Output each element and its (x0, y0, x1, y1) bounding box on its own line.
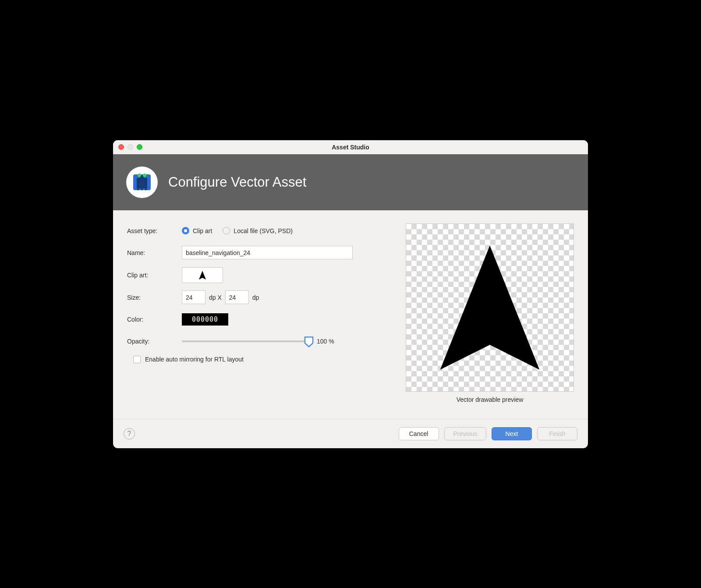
banner: Configure Vector Asset (113, 154, 588, 210)
radio-local-file[interactable]: Local file (SVG, PSD) (223, 227, 293, 234)
rtl-label: Enable auto mirroring for RTL layout (145, 356, 244, 363)
size-unit-x: dp X (209, 294, 222, 301)
rtl-row[interactable]: Enable auto mirroring for RTL layout (133, 356, 388, 363)
preview-label: Vector drawable preview (457, 396, 524, 403)
asset-type-radios: Clip art Local file (SVG, PSD) (182, 227, 293, 234)
wizard-icon (126, 166, 158, 198)
svg-point-2 (143, 174, 146, 177)
finish-button[interactable]: Finish (537, 427, 577, 440)
size-row: Size: dp X dp (127, 290, 388, 305)
navigation-icon (415, 233, 564, 382)
opacity-label: Opacity: (127, 338, 182, 345)
asset-type-label: Asset type: (127, 227, 182, 234)
help-button[interactable]: ? (124, 428, 135, 439)
clipart-label: Clip art: (127, 272, 182, 279)
opacity-row: Opacity: 100 % (127, 334, 388, 349)
clipart-picker-button[interactable] (182, 267, 223, 283)
footer-buttons: Cancel Previous Next Finish (399, 427, 577, 440)
color-value: 000000 (192, 315, 218, 323)
next-button[interactable]: Next (492, 427, 532, 440)
navigation-icon (197, 270, 208, 280)
opacity-slider[interactable] (182, 337, 309, 346)
window-title: Asset Studio (113, 144, 588, 151)
rtl-checkbox[interactable] (133, 356, 141, 363)
previous-button[interactable]: Previous (444, 427, 486, 440)
dialog-window: Asset Studio Configure Vector Asset Asse… (113, 140, 588, 448)
body: Asset type: Clip art Local file (SVG, PS… (113, 210, 588, 419)
color-label: Color: (127, 316, 182, 323)
color-row: Color: 000000 (127, 312, 388, 327)
form: Asset type: Clip art Local file (SVG, PS… (127, 223, 388, 403)
clipart-row: Clip art: (127, 267, 388, 283)
radio-icon (223, 227, 230, 234)
preview-column: Vector drawable preview (406, 223, 574, 403)
opacity-value: 100 % (317, 338, 334, 345)
help-icon: ? (127, 430, 131, 438)
radio-label: Local file (SVG, PSD) (234, 227, 293, 234)
asset-type-row: Asset type: Clip art Local file (SVG, PS… (127, 223, 388, 238)
preview-canvas (406, 223, 574, 392)
radio-clip-art[interactable]: Clip art (182, 227, 212, 234)
height-input[interactable] (225, 290, 249, 304)
name-label: Name: (127, 249, 182, 256)
name-row: Name: (127, 245, 388, 260)
svg-rect-3 (141, 180, 143, 190)
color-picker-button[interactable]: 000000 (182, 313, 228, 326)
footer: ? Cancel Previous Next Finish (113, 419, 588, 448)
page-title: Configure Vector Asset (168, 174, 306, 190)
radio-label: Clip art (193, 227, 212, 234)
slider-thumb[interactable] (304, 336, 314, 347)
titlebar: Asset Studio (113, 140, 588, 154)
cancel-button[interactable]: Cancel (399, 427, 439, 440)
size-label: Size: (127, 294, 182, 301)
radio-icon (182, 227, 189, 234)
width-input[interactable] (182, 290, 205, 304)
svg-point-1 (138, 174, 141, 177)
size-unit: dp (252, 294, 259, 301)
name-input[interactable] (182, 246, 353, 259)
slider-track (182, 340, 309, 342)
